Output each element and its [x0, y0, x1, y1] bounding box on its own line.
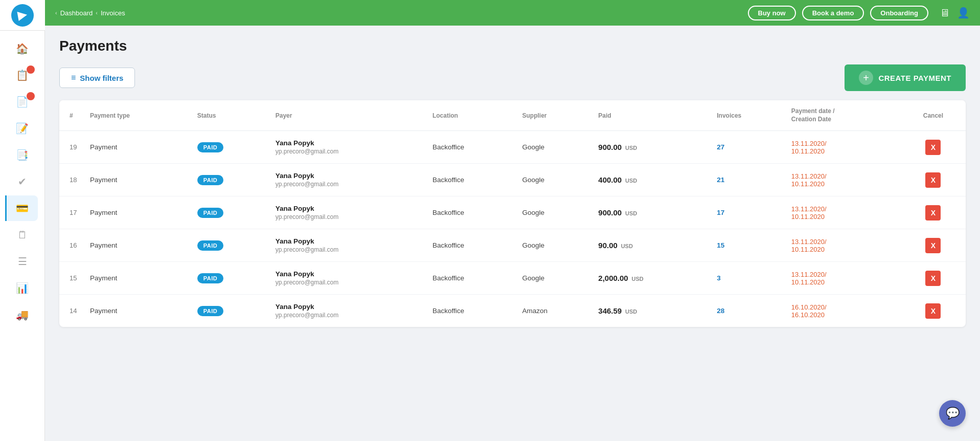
cell-invoices[interactable]: 15: [712, 229, 786, 262]
cancel-button[interactable]: X: [925, 172, 941, 188]
cancel-button[interactable]: X: [925, 238, 941, 253]
breadcrumb-arrow-2: ‹: [96, 10, 98, 16]
cell-invoices[interactable]: 17: [712, 196, 786, 229]
cell-location: Backoffice: [427, 295, 517, 327]
cell-dates: 13.11.2020/10.11.2020: [786, 164, 901, 196]
col-header-invoices: Invoices: [712, 100, 786, 131]
payment-date[interactable]: 13.11.2020/10.11.2020: [791, 205, 827, 220]
invoices-badge: [27, 92, 35, 100]
sidebar-item-notes[interactable]: 🗒: [7, 222, 38, 248]
table-row: 15 Payment PAID Yana Popyk yp.precoro@gm…: [59, 262, 966, 295]
payer-name: Yana Popyk: [276, 237, 422, 245]
sidebar-item-invoices[interactable]: 📄: [7, 89, 38, 115]
sidebar: ▶ 🏠 📋 📄 📝 📑 ✔ 💳 🗒 ☰: [0, 0, 45, 441]
cell-location: Backoffice: [427, 131, 517, 164]
cell-invoices[interactable]: 27: [712, 131, 786, 164]
user-settings-icon[interactable]: 👤: [957, 7, 970, 19]
invoice-link[interactable]: 28: [717, 307, 724, 315]
amount-currency: USD: [625, 308, 637, 315]
chat-bubble[interactable]: 💬: [939, 400, 966, 427]
sidebar-item-analytics[interactable]: 📊: [7, 275, 38, 301]
cell-invoices[interactable]: 28: [712, 295, 786, 327]
cell-supplier: Google: [517, 196, 594, 229]
table-row: 17 Payment PAID Yana Popyk yp.precoro@gm…: [59, 196, 966, 229]
sidebar-item-payments[interactable]: 💳: [5, 195, 38, 221]
page: Payments ≡ Show filters + CREATE PAYMENT…: [45, 26, 980, 441]
status-badge: PAID: [197, 142, 223, 152]
cell-supplier: Google: [517, 131, 594, 164]
cell-invoices[interactable]: 3: [712, 262, 786, 295]
sidebar-item-orders[interactable]: 📋: [7, 62, 38, 88]
sidebar-item-reports[interactable]: 📑: [7, 142, 38, 168]
cell-cancel: X: [901, 196, 966, 229]
onboarding-button[interactable]: Onboarding: [870, 6, 928, 20]
app-logo[interactable]: ▶: [0, 0, 45, 31]
buy-now-button[interactable]: Buy now: [748, 6, 796, 20]
cell-paid: 900.00 USD: [593, 131, 712, 164]
status-badge: PAID: [197, 306, 223, 316]
breadcrumb: ‹ Dashboard ‹ Invoices: [55, 9, 742, 17]
cell-cancel: X: [901, 131, 966, 164]
cell-status: PAID: [192, 196, 270, 229]
invoice-link[interactable]: 17: [717, 209, 724, 216]
col-header-payment-type: Payment type: [85, 100, 192, 131]
menu-icon: ☰: [18, 255, 27, 268]
cancel-button[interactable]: X: [925, 303, 941, 319]
payer-email: yp.precoro@gmail.com: [276, 148, 422, 155]
payment-date[interactable]: 13.11.2020/10.11.2020: [791, 271, 827, 286]
cell-payment-type: Payment: [85, 196, 192, 229]
sidebar-item-home[interactable]: 🏠: [7, 36, 38, 61]
cancel-button[interactable]: X: [925, 140, 941, 155]
amount-value: 2,000.00: [598, 274, 628, 282]
cell-paid: 900.00 USD: [593, 196, 712, 229]
filter-icon: ≡: [71, 73, 76, 82]
cell-payer: Yana Popyk yp.precoro@gmail.com: [270, 295, 427, 327]
table-row: 19 Payment PAID Yana Popyk yp.precoro@gm…: [59, 131, 966, 164]
payment-date[interactable]: 13.11.2020/10.11.2020: [791, 238, 827, 253]
sidebar-item-documents[interactable]: 📝: [7, 116, 38, 141]
payer-email: yp.precoro@gmail.com: [276, 312, 422, 319]
page-title: Payments: [59, 38, 966, 54]
show-filters-label: Show filters: [80, 74, 123, 82]
cell-paid: 400.00 USD: [593, 164, 712, 196]
cell-id: 17: [59, 196, 85, 229]
cell-status: PAID: [192, 131, 270, 164]
invoice-link[interactable]: 15: [717, 241, 724, 249]
delivery-icon: 🚚: [16, 308, 29, 321]
main-content: ‹ Dashboard ‹ Invoices Buy now Book a de…: [45, 0, 980, 441]
payment-date[interactable]: 13.11.2020/10.11.2020: [791, 140, 827, 155]
col-header-payment-date: Payment date /Creation Date: [786, 100, 901, 131]
notifications-icon[interactable]: 🖥: [940, 7, 950, 19]
cell-payment-type: Payment: [85, 262, 192, 295]
payment-date[interactable]: 13.11.2020/10.11.2020: [791, 172, 827, 188]
create-payment-button[interactable]: + CREATE PAYMENT: [845, 64, 966, 91]
breadcrumb-invoices[interactable]: Invoices: [101, 9, 125, 17]
sidebar-item-approvals[interactable]: ✔: [7, 169, 38, 194]
invoice-link[interactable]: 3: [717, 274, 721, 282]
amount-currency: USD: [625, 210, 637, 216]
col-header-cancel: Cancel: [901, 100, 966, 131]
cell-id: 19: [59, 131, 85, 164]
cell-location: Backoffice: [427, 164, 517, 196]
cell-invoices[interactable]: 21: [712, 164, 786, 196]
toolbar-row: ≡ Show filters + CREATE PAYMENT: [59, 64, 966, 91]
invoice-link[interactable]: 21: [717, 176, 724, 184]
status-badge: PAID: [197, 273, 223, 283]
invoice-link[interactable]: 27: [717, 143, 724, 151]
breadcrumb-dashboard[interactable]: Dashboard: [60, 9, 93, 17]
cancel-button[interactable]: X: [925, 271, 941, 286]
show-filters-button[interactable]: ≡ Show filters: [59, 68, 135, 88]
payment-date[interactable]: 16.10.2020/16.10.2020: [791, 303, 827, 319]
amount-value: 900.00: [598, 208, 622, 217]
sidebar-item-menu[interactable]: ☰: [7, 249, 38, 274]
payer-name: Yana Popyk: [276, 139, 422, 147]
payer-email: yp.precoro@gmail.com: [276, 246, 422, 253]
cell-payer: Yana Popyk yp.precoro@gmail.com: [270, 229, 427, 262]
status-badge: PAID: [197, 208, 223, 218]
sidebar-item-delivery[interactable]: 🚚: [7, 302, 38, 327]
cell-dates: 13.11.2020/10.11.2020: [786, 262, 901, 295]
cancel-button[interactable]: X: [925, 205, 941, 220]
cell-cancel: X: [901, 295, 966, 327]
book-demo-button[interactable]: Book a demo: [802, 6, 864, 20]
amount-value: 90.00: [598, 241, 618, 250]
